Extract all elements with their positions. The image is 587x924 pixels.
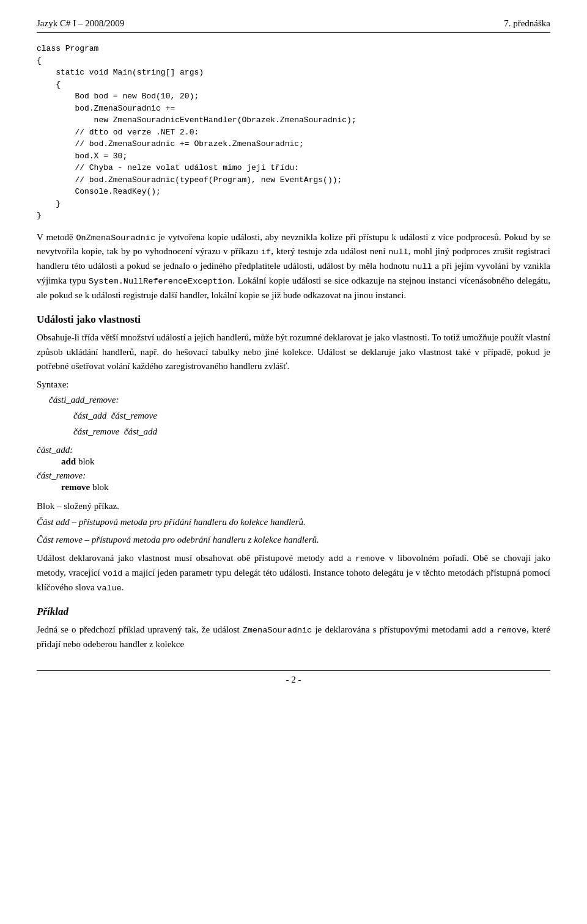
- para2-text: Událost deklarovaná jako vlastnost musí …: [37, 553, 328, 563]
- example-code: ZmenaSouradnic: [243, 626, 312, 635]
- cast-add-desc-rest: – přístupová metoda pro přidání handleru…: [70, 517, 306, 527]
- para2-code3: void: [103, 569, 122, 578]
- example-text: Jedná se o předchozí příklad upravený ta…: [37, 625, 243, 634]
- syntaxe-label: Syntaxe:: [37, 380, 550, 390]
- cast-remove-desc-rest: – přístupová metoda pro odebrání handler…: [83, 535, 319, 544]
- para2-rest4: .: [122, 582, 124, 592]
- cast-add-rest: blok: [76, 457, 94, 466]
- para2-code2: remove: [355, 554, 385, 563]
- para2-code1: add: [328, 554, 343, 563]
- cast-add-value: add blok: [61, 457, 550, 467]
- page: Jazyk C# I – 2008/2009 7. přednáška clas…: [0, 0, 587, 924]
- syntax-row2-part1: část_remove: [73, 427, 119, 436]
- syntax-row1-part2: část_remove: [111, 411, 157, 420]
- cast-add-bold: add: [61, 457, 76, 466]
- header-lecture: 7. přednáška: [504, 18, 550, 29]
- example-rest2: a: [486, 625, 497, 634]
- para1-rest2: , který testuje zda událost není: [271, 246, 388, 256]
- para1-code5: System.NullReferenceException: [89, 277, 232, 286]
- syntax-row1: část_add část_remove: [73, 408, 550, 423]
- cast-remove-desc: Část remove – přístupová metoda pro odeb…: [37, 533, 550, 547]
- syntax-parts-label: části_add_remove:: [49, 392, 550, 407]
- cast-remove-label: část_remove:: [37, 471, 550, 481]
- section-heading-events: Události jako vlastnosti: [37, 314, 550, 326]
- example-code2: add: [471, 626, 486, 635]
- para1-code2: if: [261, 248, 271, 257]
- code-block: class Program { static void Main(string[…: [37, 43, 550, 222]
- para1-code4: null: [412, 262, 432, 271]
- example-paragraph: Jedná se o předchozí příklad upravený ta…: [37, 623, 550, 651]
- page-footer: - 2 -: [37, 670, 550, 685]
- paragraph-add-remove: Událost deklarovaná jako vlastnost musí …: [37, 551, 550, 595]
- example-rest: je deklarována s přístupovými metodami: [312, 625, 471, 634]
- header-title: Jazyk C# I – 2008/2009: [37, 18, 124, 29]
- para1-code3: null: [388, 248, 408, 257]
- para2-code4: value: [97, 584, 122, 593]
- para1-code1: OnZmenaSouradnic: [76, 233, 155, 243]
- cast-remove-bold: remove: [61, 482, 90, 492]
- cast-add-desc-italic: Část add: [37, 517, 70, 527]
- section-paragraph: Obsahuje-li třída větší množství událost…: [37, 331, 550, 373]
- para1-text: V metodě: [37, 232, 76, 242]
- syntax-row1-part1: část_add: [73, 411, 106, 420]
- para2-rest1: a: [343, 553, 355, 563]
- syntax-row2: část_remove část_add: [73, 424, 550, 439]
- page-header: Jazyk C# I – 2008/2009 7. přednáška: [37, 18, 550, 33]
- cast-remove-value: remove blok: [61, 482, 550, 493]
- example-heading: Příklad: [37, 606, 550, 618]
- cast-remove-rest: blok: [90, 482, 108, 492]
- syntax-row2-part2: část_add: [124, 427, 157, 436]
- paragraph-onzmena: V metodě OnZmenaSouradnic je vytvořena k…: [37, 230, 550, 303]
- example-code3: remove: [497, 626, 526, 635]
- blok-line: Blok – složený příkaz.: [37, 501, 550, 512]
- cast-remove-desc-italic: Část remove: [37, 535, 83, 544]
- cast-add-label: část_add:: [37, 445, 550, 455]
- cast-add-desc: Část add – přístupová metoda pro přidání…: [37, 515, 550, 529]
